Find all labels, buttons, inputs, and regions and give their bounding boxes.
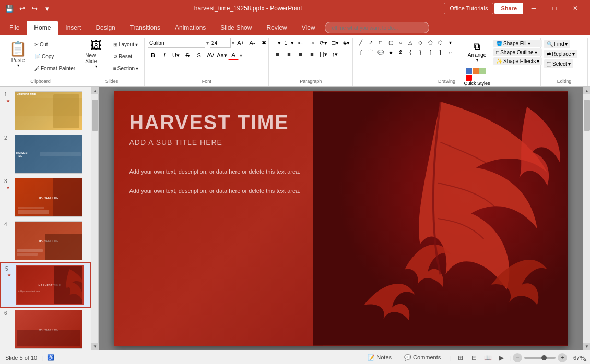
section-button[interactable]: ≡ Section ▾ [111,63,141,74]
shape-line[interactable]: ╱ [356,38,365,47]
font-name-select[interactable] [148,38,205,48]
shape-bracket-left[interactable]: [ [426,47,435,57]
cut-button[interactable]: ✂ Cut [32,39,78,50]
shape-scroll[interactable]: ↔ [445,47,455,57]
notes-button[interactable]: 📝 Notes [363,353,396,362]
slide-scroll-down[interactable]: ▼ [91,343,99,350]
italic-button[interactable]: I [159,50,170,60]
increase-indent-button[interactable]: ⇥ [306,38,317,48]
slide-item-2[interactable]: 2 ★ HARVEST TIME [0,132,91,176]
align-center-button[interactable]: ≡ [284,49,294,59]
font-size-dropdown[interactable]: ▾ [232,40,234,46]
ribbon-collapse-button[interactable]: ▲ [582,356,589,363]
columns-button[interactable]: |||▾ [318,49,328,59]
redo-button[interactable]: ↪ [29,3,40,14]
reset-button[interactable]: ↺ Reset [111,51,141,62]
text-shadow-button[interactable]: S [194,50,204,60]
align-text-button[interactable]: ⊟▾ [329,38,340,48]
normal-view-button[interactable]: ⊞ [455,352,466,363]
zoom-in-button[interactable]: + [558,353,567,362]
canvas-scroll-up[interactable]: ▲ [583,87,590,94]
shape-more[interactable]: ▾ [445,38,455,47]
shape-outline-button[interactable]: □ Shape Outline ▾ [493,48,542,56]
shape-bracket-right[interactable]: ] [435,47,445,57]
shape-pentagon[interactable]: ⬠ [426,38,435,47]
align-left-button[interactable]: ≡ [272,49,282,59]
slide-sorter-button[interactable]: ⊟ [468,352,480,363]
tell-me-input[interactable] [325,22,429,33]
comments-button[interactable]: 💬 Comments [400,353,445,362]
slideshow-view-button[interactable]: ▶ [495,352,507,363]
tab-transitions[interactable]: Transitions [123,21,168,35]
slide-scroll-up[interactable]: ▲ [91,87,99,94]
font-size-input[interactable] [210,38,231,48]
numbering-button[interactable]: 1≡▾ [284,38,294,48]
decrease-indent-button[interactable]: ⇤ [295,38,305,48]
slide-body-1[interactable]: Add your own text, description, or data … [129,167,307,176]
clear-formatting-button[interactable]: ✖ [258,38,269,48]
shape-hexagon[interactable]: ⬡ [435,38,445,47]
line-spacing-button[interactable]: ↕▾ [329,49,340,59]
shape-triangle[interactable]: △ [406,38,415,47]
align-right-button[interactable]: ≡ [295,49,305,59]
slide-item-6[interactable]: 6 ★ HARVEST TIME [0,308,91,350]
shape-callout[interactable]: 💬 [376,47,385,57]
shape-brace-left[interactable]: { [406,47,415,57]
underline-button[interactable]: U▾ [171,50,181,60]
convert-smartart-button[interactable]: ◈▾ [341,38,351,48]
bullets-button[interactable]: ≡▾ [272,38,282,48]
select-button[interactable]: ⬚ Select ▾ [544,59,573,68]
font-name-dropdown[interactable]: ▾ [206,40,209,46]
save-button[interactable]: 💾 [4,3,15,14]
slide-item-1[interactable]: 1 ★ HARVEST TIME [0,89,91,132]
zoom-slider[interactable] [524,357,556,359]
tab-review[interactable]: Review [259,21,294,35]
format-painter-button[interactable]: 🖌 Format Painter [32,63,78,74]
slide-item-4[interactable]: 4 ★ HARVEST TIME [0,219,91,262]
tab-slideshow[interactable]: Slide Show [213,21,259,35]
minimize-button[interactable]: ─ [523,0,544,17]
tab-home[interactable]: Home [27,21,58,35]
reading-view-button[interactable]: 📖 [482,352,493,363]
decrease-font-button[interactable]: A- [247,38,257,48]
zoom-out-button[interactable]: − [513,353,522,362]
justify-button[interactable]: ≡ [306,49,317,59]
char-spacing-button[interactable]: AV [205,50,216,60]
shape-diamond[interactable]: ◇ [416,38,425,47]
slide-body-2[interactable]: Add your own text, description, or data … [129,187,307,196]
layout-button[interactable]: ⊞ Layout ▾ [111,39,141,50]
bold-button[interactable]: B [148,50,158,60]
tab-design[interactable]: Design [88,21,122,35]
office-tutorials-button[interactable]: Office Tutorials [444,3,493,14]
slide-item-3[interactable]: 3 ★ HARVEST TIME [0,176,91,219]
shape-fill-button[interactable]: 🪣 Shape Fill ▾ [493,40,542,47]
close-button[interactable]: ✕ [565,0,586,17]
copy-button[interactable]: 📄 Copy [32,51,78,62]
tab-file[interactable]: File [2,21,27,35]
share-button[interactable]: Share [494,3,523,14]
replace-button[interactable]: ⇄ Replace ▾ [544,50,577,58]
change-case-button[interactable]: Aa▾ [217,50,227,60]
tab-insert[interactable]: Insert [58,21,88,35]
shape-oval[interactable]: ○ [396,38,405,47]
shape-curve[interactable]: ∫ [356,47,365,57]
text-direction-button[interactable]: ⟳▾ [318,38,328,48]
tab-animations[interactable]: Animations [168,21,213,35]
shape-rect[interactable]: □ [376,38,385,47]
canvas-scroll-down[interactable]: ▼ [583,343,590,350]
shape-brace-right[interactable]: } [416,47,425,57]
maximize-button[interactable]: □ [544,0,565,17]
font-color-button[interactable]: A [228,50,239,60]
shape-arrow[interactable]: ↗ [366,38,375,47]
find-button[interactable]: 🔍 Find ▾ [544,40,570,48]
shape-star[interactable]: ★ [386,47,395,57]
font-color-dropdown[interactable]: ▾ [240,53,242,58]
tab-view[interactable]: View [294,21,323,35]
new-slide-button[interactable]: 🖼 New Slide ▾ [82,38,110,70]
shape-ribbon[interactable]: 🎗 [396,47,405,57]
strikethrough-button[interactable]: S [182,50,193,60]
increase-font-button[interactable]: A+ [235,38,246,48]
slide-canvas[interactable]: HARVEST TIME ADD A SUB TITLE HERE Add yo… [114,91,568,346]
undo-button[interactable]: ↩ [17,3,27,14]
shape-connector[interactable]: ⌒ [366,47,375,57]
